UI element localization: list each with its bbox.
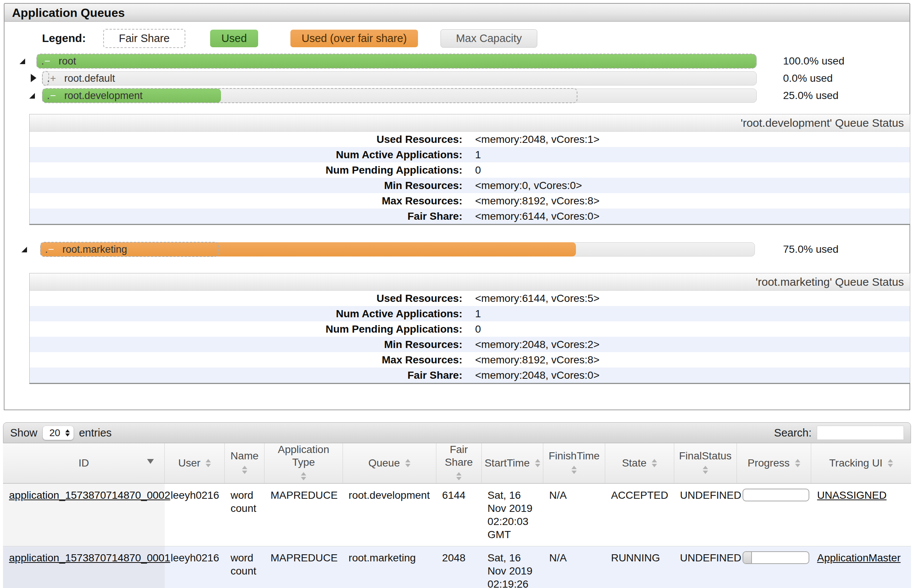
status-row: Fair Share: <memory:2048, vCores:0>: [30, 367, 910, 383]
progress-bar: [743, 489, 809, 501]
column-header-finalstatus[interactable]: FinalStatus: [674, 443, 736, 483]
column-header-name[interactable]: Name: [224, 443, 264, 483]
queue-row-root-marketing: .−root.marketing 75.0% used: [5, 241, 909, 258]
column-header-fair-share[interactable]: Fair Share: [436, 443, 481, 483]
used-bar: [37, 54, 756, 68]
state-cell: RUNNING: [605, 546, 674, 588]
progress-cell: [736, 546, 811, 588]
legend-used-over-fair-share: Used (over fair share): [290, 30, 418, 47]
application-queues-panel: Application Queues Legend: Fair Share Us…: [4, 3, 910, 410]
application-id-link[interactable]: application_1573870714870_0001: [9, 552, 170, 564]
status-row: Fair Share: <memory:6144, vCores:0>: [30, 208, 910, 224]
marketing-queue-status-table: 'root.marketing' Queue Status Used Resou…: [29, 273, 910, 384]
applications-table: ID User Name Application Type Queue Fair…: [3, 443, 911, 588]
table-row: application_1573870714870_0001 leeyh0216…: [3, 546, 911, 588]
dev-queue-status-table: 'root.development' Queue Status Used Res…: [29, 114, 910, 225]
user-cell: leeyh0216: [165, 546, 225, 588]
queue-bar-root-development[interactable]: .−root.development: [42, 89, 757, 103]
applications-table-section: Show 20 entries Search: ID User Name: [3, 422, 911, 588]
sort-icon: [405, 456, 411, 470]
sort-icon: [301, 470, 306, 483]
finishtime-cell: N/A: [543, 483, 605, 546]
search-input[interactable]: [817, 426, 904, 440]
status-row: Max Resources: <memory:8192, vCores:8>: [30, 352, 910, 367]
search-label: Search:: [774, 427, 812, 439]
queue-row-root-default: .+root.default 0.0% used: [5, 70, 909, 87]
expand-triangle-icon[interactable]: [31, 74, 36, 82]
finalstatus-cell: UNDEFINED: [674, 546, 736, 588]
sort-icon: [795, 456, 800, 470]
column-header-tracking-ui[interactable]: Tracking UI: [811, 443, 911, 483]
queue-label: .−root.development: [47, 90, 142, 102]
status-row: Used Resources: <memory:2048, vCores:1>: [30, 132, 910, 147]
queue-bar-root-default[interactable]: .+root.default: [42, 71, 757, 86]
progress-bar-fill: [743, 552, 752, 563]
legend-label: Legend:: [42, 32, 86, 45]
sort-icon: [456, 470, 461, 483]
sort-icon: [535, 456, 540, 470]
status-table-title: 'root.development' Queue Status: [30, 115, 910, 132]
application-type-cell: MAPREDUCE: [265, 546, 343, 588]
status-row: Num Active Applications: 1: [30, 147, 910, 162]
status-row: Min Resources: <memory:0, vCores:0>: [30, 178, 910, 193]
column-header-state[interactable]: State: [605, 443, 674, 483]
sort-icon: [205, 456, 211, 470]
finalstatus-cell: UNDEFINED: [674, 483, 736, 546]
progress-bar: [743, 551, 809, 564]
collapse-icon[interactable]: −: [50, 90, 56, 101]
sort-icon: [571, 463, 577, 477]
usage-percent: 0.0% used: [783, 73, 833, 84]
queue-row-root-development: .−root.development 25.0% used: [5, 87, 909, 104]
queue-bar-root-marketing[interactable]: .−root.marketing: [40, 242, 755, 257]
queue-label: .−root.marketing: [45, 244, 127, 255]
user-cell: leeyh0216: [165, 483, 225, 546]
starttime-cell: Sat, 16 Nov 2019 02:19:26 GMT: [481, 546, 543, 588]
column-header-starttime[interactable]: StartTime: [481, 443, 543, 483]
state-cell: ACCEPTED: [605, 483, 674, 546]
queue-cell: root.marketing: [343, 546, 436, 588]
collapse-triangle-icon[interactable]: [29, 93, 35, 99]
queue-bar-root[interactable]: .−root: [36, 54, 757, 68]
page-size-value: 20: [50, 427, 60, 439]
column-header-application-type[interactable]: Application Type: [265, 443, 343, 483]
column-header-queue[interactable]: Queue: [343, 443, 436, 483]
queue-label: .−root: [41, 55, 76, 67]
stepper-arrows-icon: [65, 427, 70, 439]
sort-icon: [888, 456, 893, 470]
queue-row-root: .−root 100.0% used: [5, 53, 909, 70]
status-row: Num Pending Applications: 0: [30, 162, 910, 178]
application-type-cell: MAPREDUCE: [265, 483, 343, 546]
finishtime-cell: N/A: [543, 546, 605, 588]
collapse-triangle-icon[interactable]: [21, 247, 27, 252]
legend: Legend: Fair Share Used Used (over fair …: [42, 29, 909, 47]
name-cell: word count: [224, 483, 264, 546]
collapse-triangle-icon[interactable]: [19, 58, 25, 64]
application-id-link[interactable]: application_1573870714870_0002: [9, 489, 170, 501]
tracking-ui-link[interactable]: UNASSIGNED: [817, 489, 886, 501]
column-header-user[interactable]: User: [165, 443, 225, 483]
fair-share-cell: 2048: [436, 546, 481, 588]
page-size-select[interactable]: 20: [43, 426, 74, 440]
starttime-cell: Sat, 16 Nov 2019 02:20:03 GMT: [481, 483, 543, 546]
table-header-row: ID User Name Application Type Queue Fair…: [3, 443, 911, 483]
column-header-progress[interactable]: Progress: [736, 443, 811, 483]
status-table-title: 'root.marketing' Queue Status: [30, 273, 910, 291]
status-row: Used Resources: <memory:6144, vCores:5>: [30, 291, 910, 306]
fair-share-cell: 6144: [436, 483, 481, 546]
queue-cell: root.development: [343, 483, 436, 546]
tracking-ui-link[interactable]: ApplicationMaster: [817, 552, 901, 564]
expand-icon[interactable]: +: [50, 73, 56, 84]
usage-percent: 75.0% used: [783, 243, 839, 255]
usage-percent: 25.0% used: [783, 90, 839, 102]
sort-icon: [652, 456, 657, 470]
sort-desc-icon: [147, 459, 154, 467]
collapse-icon[interactable]: −: [49, 244, 54, 255]
sort-icon: [703, 463, 708, 477]
sort-icon: [242, 463, 247, 477]
legend-fair-share: Fair Share: [103, 29, 185, 48]
queue-label: .+root.default: [47, 73, 115, 84]
column-header-finishtime[interactable]: FinishTime: [543, 443, 605, 483]
column-header-id[interactable]: ID: [3, 443, 165, 483]
table-toolbar: Show 20 entries Search:: [3, 422, 911, 443]
collapse-icon[interactable]: −: [45, 55, 51, 67]
